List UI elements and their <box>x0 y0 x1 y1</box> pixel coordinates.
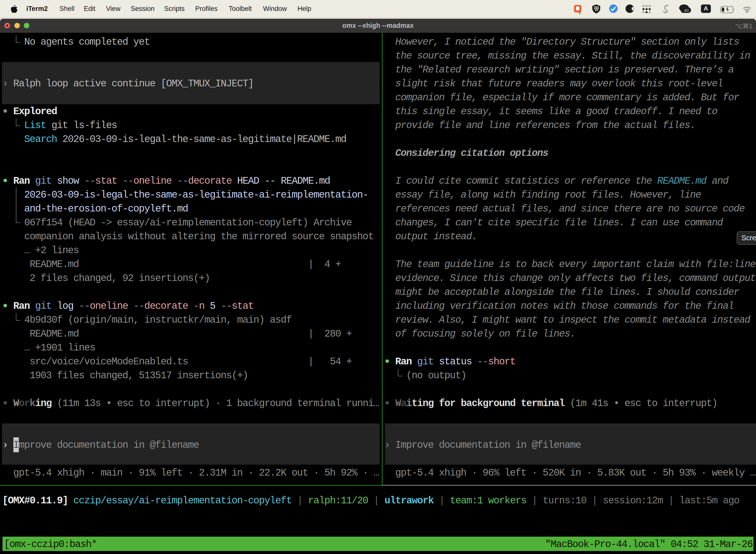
svg-text:..61: ..61 <box>683 8 689 12</box>
